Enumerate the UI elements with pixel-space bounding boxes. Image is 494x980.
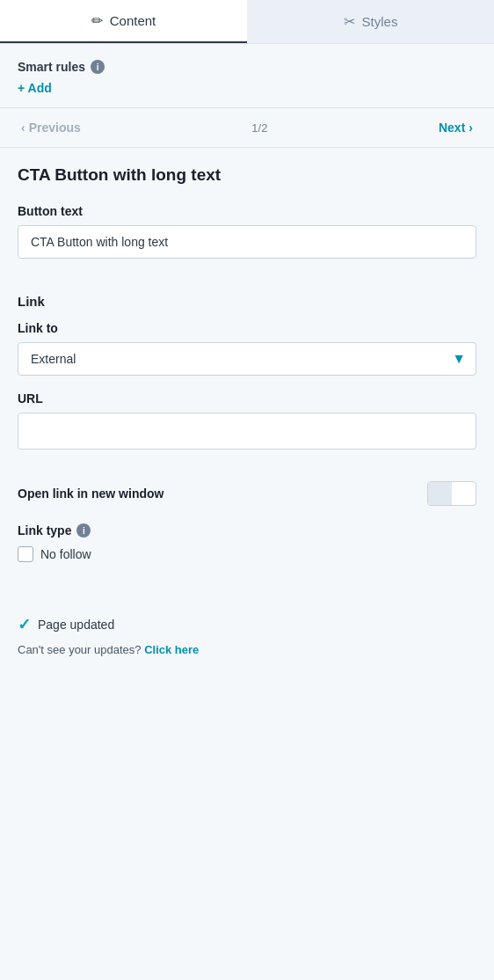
smart-rules-info-icon[interactable]: i bbox=[91, 60, 105, 74]
add-smart-rule-button[interactable]: + Add bbox=[18, 81, 52, 95]
button-text-label: Button text bbox=[18, 204, 476, 218]
open-new-window-toggle[interactable] bbox=[427, 481, 476, 506]
no-follow-label: No follow bbox=[40, 547, 91, 561]
tab-content[interactable]: ✏ Content bbox=[0, 0, 247, 43]
link-to-select[interactable]: External Internal Email Phone bbox=[18, 342, 476, 376]
page-updated-text: Page updated bbox=[38, 618, 114, 632]
url-field-group: URL bbox=[18, 391, 476, 465]
section-title: CTA Button with long text bbox=[18, 165, 476, 185]
link-to-label: Link to bbox=[18, 321, 476, 335]
pencil-icon: ✏ bbox=[91, 12, 103, 29]
link-type-info-icon[interactable]: i bbox=[76, 523, 91, 538]
tab-bar: ✏ Content ✂ Styles bbox=[0, 0, 494, 44]
pagination-row: ‹ Previous 1/2 Next › bbox=[0, 108, 494, 148]
page-updated-row: ✓ Page updated bbox=[18, 615, 476, 634]
link-section-label: Link bbox=[18, 294, 476, 309]
link-to-select-wrapper: External Internal Email Phone ▼ bbox=[18, 342, 476, 376]
chevron-right-icon: › bbox=[469, 121, 473, 135]
status-bar: ✓ Page updated Can't see your updates? C… bbox=[0, 597, 494, 660]
button-text-field-group: Button text bbox=[18, 204, 476, 278]
open-new-window-row: Open link in new window bbox=[18, 481, 476, 506]
check-icon: ✓ bbox=[18, 615, 31, 634]
link-to-field-group: Link to External Internal Email Phone ▼ bbox=[18, 321, 476, 376]
no-follow-row: No follow bbox=[18, 546, 476, 562]
link-type-label: Link type i bbox=[18, 523, 476, 538]
url-label: URL bbox=[18, 391, 476, 406]
tab-styles[interactable]: ✂ Styles bbox=[247, 0, 494, 43]
toggle-off-half[interactable] bbox=[428, 482, 452, 505]
chevron-left-icon: ‹ bbox=[21, 121, 25, 135]
scissors-icon: ✂ bbox=[344, 13, 355, 30]
main-content: CTA Button with long text Button text Li… bbox=[0, 148, 494, 597]
no-follow-checkbox[interactable] bbox=[18, 546, 33, 562]
toggle-on-half[interactable] bbox=[452, 482, 476, 505]
link-type-row: Link type i No follow bbox=[18, 523, 476, 562]
cant-see-text: Can't see your updates? bbox=[18, 643, 142, 656]
tab-styles-label: Styles bbox=[362, 14, 398, 29]
url-input[interactable] bbox=[18, 413, 476, 450]
tab-content-label: Content bbox=[110, 13, 156, 28]
cant-see-row: Can't see your updates? Click here bbox=[18, 643, 476, 656]
click-here-link[interactable]: Click here bbox=[144, 643, 199, 656]
previous-button[interactable]: ‹ Previous bbox=[14, 117, 88, 138]
smart-rules-section: Smart rules i + Add bbox=[0, 44, 494, 108]
open-new-window-label: Open link in new window bbox=[18, 486, 163, 501]
smart-rules-label: Smart rules i bbox=[18, 60, 476, 74]
next-button[interactable]: Next › bbox=[432, 117, 480, 138]
pagination-count: 1/2 bbox=[251, 121, 267, 135]
button-text-input[interactable] bbox=[18, 225, 476, 259]
